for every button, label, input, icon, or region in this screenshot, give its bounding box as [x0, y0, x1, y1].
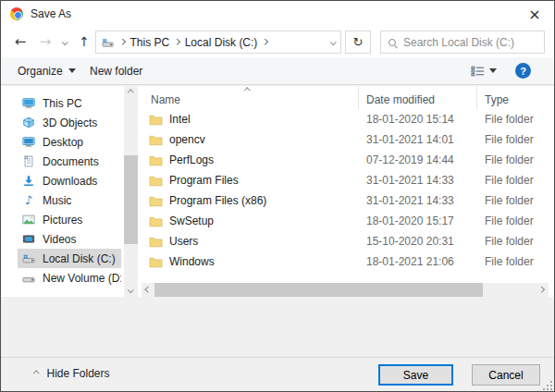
folder-icon [149, 215, 163, 227]
column-header-type[interactable]: Type [477, 86, 549, 109]
table-row[interactable]: opencv 31-01-2021 14:01 File folder [142, 129, 549, 150]
breadcrumb-separator-icon [262, 39, 267, 44]
breadcrumb-local-disk-c[interactable]: Local Disk (C:) [185, 36, 258, 49]
file-type: File folder [477, 113, 549, 126]
folder-icon [149, 256, 163, 268]
address-dropdown-chevron-icon[interactable] [330, 39, 336, 44]
file-name: opencv [169, 133, 205, 146]
file-date: 31-01-2021 14:01 [359, 133, 477, 146]
sidebar-item-3d-objects[interactable]: 3D Objects [18, 113, 121, 132]
file-type: File folder [477, 194, 549, 207]
file-type: File folder [477, 153, 549, 166]
search-placeholder: Search Local Disk (C:) [403, 36, 514, 49]
search-input[interactable]: Search Local Disk (C:) [380, 31, 545, 54]
breadcrumb-separator-icon [119, 39, 125, 44]
this-pc-icon [22, 97, 35, 109]
cancel-button[interactable]: Cancel [472, 364, 540, 386]
title-bar: Save As × [1, 1, 554, 27]
scroll-left-icon[interactable] [142, 283, 155, 297]
sidebar-label: Documents [43, 155, 99, 168]
scrollbar-thumb[interactable] [124, 155, 138, 244]
resize-grip[interactable] [544, 382, 552, 390]
file-list-horizontal-scrollbar[interactable] [142, 283, 549, 297]
back-icon[interactable]: ← [8, 31, 32, 53]
up-icon[interactable]: ↑ [73, 31, 95, 53]
file-date: 15-10-2020 20:31 [359, 235, 477, 248]
file-type: File folder [477, 214, 549, 227]
folder-icon [149, 195, 163, 207]
file-date: 31-01-2021 14:33 [359, 194, 477, 207]
file-date: 07-12-2019 14:44 [359, 153, 477, 166]
table-row[interactable]: Program Files 31-01-2021 14:33 File fold… [142, 170, 549, 190]
picture-icon [22, 214, 35, 226]
sidebar-label: 3D Objects [43, 116, 97, 129]
change-view-button[interactable] [471, 57, 497, 84]
organize-label: Organize [18, 65, 63, 78]
sidebar-item-pictures[interactable]: Pictures [18, 210, 121, 229]
breadcrumb-this-pc[interactable]: This PC [130, 36, 170, 49]
scroll-right-icon[interactable] [535, 283, 549, 297]
save-as-dialog: Save As × ← → ↑ This PC Local Disk (C:) [0, 0, 555, 392]
file-name: Windows [169, 255, 215, 268]
scrollbar-thumb[interactable] [154, 283, 483, 297]
file-type: File folder [477, 235, 549, 248]
column-header-date-modified[interactable]: Date modified [359, 86, 477, 109]
help-icon: ? [515, 63, 531, 79]
sidebar-item-this-pc[interactable]: This PC [18, 93, 121, 113]
sidebar-label: Videos [43, 233, 76, 246]
sidebar-item-downloads[interactable]: Downloads [18, 171, 121, 190]
sidebar-item-desktop[interactable]: Desktop [18, 132, 121, 152]
table-row[interactable]: Users 15-10-2020 20:31 File folder [142, 231, 549, 251]
recent-locations-chevron-icon[interactable] [57, 31, 72, 53]
sidebar-item-local-disk-c[interactable]: Local Disk (C:) [18, 249, 121, 268]
sidebar-item-videos[interactable]: Videos [18, 229, 121, 249]
organize-dropdown-icon [68, 68, 76, 73]
hide-folders-button[interactable]: Hide Folders [34, 367, 110, 380]
save-button[interactable]: Save [378, 364, 453, 386]
document-icon [22, 155, 35, 167]
table-row[interactable]: SwSetup 18-01-2020 15:17 File folder [142, 211, 549, 231]
organize-button[interactable]: Organize [18, 57, 76, 84]
window-title: Save As [31, 7, 71, 20]
search-icon [388, 39, 396, 46]
file-name: PerfLogs [169, 153, 214, 166]
details-view-icon [471, 66, 485, 77]
this-pc-icon [102, 37, 115, 48]
sidebar-item-new-volume-d[interactable]: New Volume (D: [18, 268, 121, 288]
sidebar-item-documents[interactable]: Documents [18, 152, 121, 171]
sidebar-item-music[interactable]: ♪ Music [18, 190, 121, 210]
folder-icon [149, 175, 163, 187]
file-name: Intel [169, 113, 191, 126]
view-dropdown-icon [489, 68, 497, 73]
table-row[interactable]: PerfLogs 07-12-2019 14:44 File folder [142, 150, 549, 170]
drive-icon [22, 252, 35, 264]
new-folder-button[interactable]: New folder [90, 57, 142, 84]
video-icon [22, 233, 35, 245]
folder-icon [149, 236, 163, 248]
sidebar: This PC 3D Objects Desktop [1, 86, 124, 297]
table-row[interactable]: Program Files (x86) 31-01-2021 14:33 Fil… [142, 190, 549, 211]
scroll-up-icon[interactable] [124, 86, 138, 100]
file-type: File folder [477, 133, 549, 146]
sidebar-label: Downloads [43, 175, 97, 188]
sidebar-label: Desktop [43, 136, 83, 149]
table-row[interactable]: Windows 18-01-2021 21:06 File folder [142, 251, 549, 272]
table-row[interactable]: Intel 18-01-2020 15:14 File folder [142, 109, 549, 129]
close-icon[interactable]: × [515, 1, 554, 27]
column-header-name[interactable]: Name [142, 86, 359, 109]
new-folder-label: New folder [90, 65, 142, 78]
content-area: This PC 3D Objects Desktop [1, 86, 554, 297]
file-type: File folder [477, 174, 549, 187]
desktop-icon [22, 136, 35, 148]
folder-icon [149, 114, 163, 126]
help-button[interactable]: ? [515, 57, 531, 84]
footer-bar: Hide Folders Save Cancel [1, 357, 554, 392]
file-list: Name Date modified Type Intel 18-01-2020… [142, 86, 549, 297]
refresh-icon[interactable]: ↻ [345, 31, 371, 54]
drive-icon [22, 272, 35, 284]
sidebar-scrollbar[interactable] [124, 86, 138, 297]
collapse-up-icon [33, 371, 39, 376]
scroll-down-icon[interactable] [124, 283, 138, 297]
address-bar[interactable]: This PC Local Disk (C:) [95, 31, 341, 54]
forward-icon[interactable]: → [34, 31, 56, 53]
